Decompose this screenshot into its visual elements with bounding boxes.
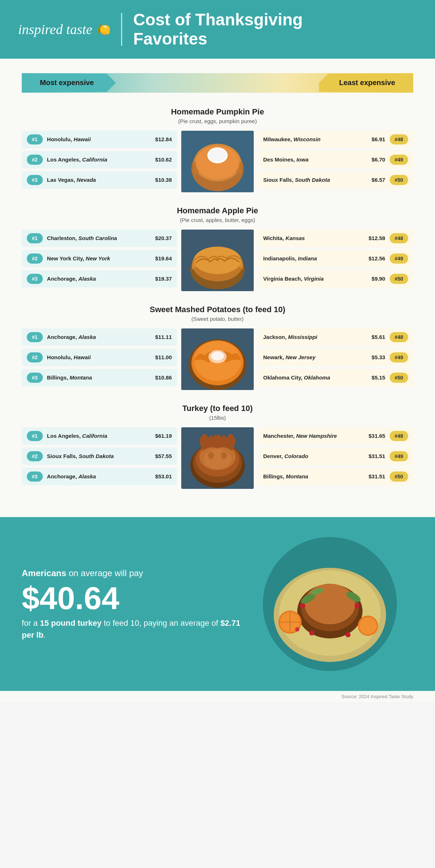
rank-badge: #48 bbox=[390, 332, 408, 342]
pumpkin-pie-rows: #1 Honolulu, Hawaii $12.84 #2 Los Angele… bbox=[22, 131, 413, 192]
rank-badge: #1 bbox=[27, 431, 43, 441]
footer-section: Americans on average will pay $40.64 for… bbox=[0, 517, 435, 691]
city-name: Virginia Beach, Virginia bbox=[263, 276, 324, 282]
table-row: Newark, New Jersey $5.33 #49 bbox=[258, 349, 413, 366]
city-name: Manchester, New Hampshire bbox=[263, 433, 337, 439]
svg-point-5 bbox=[209, 148, 226, 161]
apple-pie-expensive: #1 Charleston, South Carolina $20.37 #2 … bbox=[22, 230, 177, 291]
rank-badge: #2 bbox=[27, 352, 43, 362]
svg-point-21 bbox=[204, 449, 231, 469]
apple-pie-title: Homemade Apple Pie bbox=[22, 206, 413, 215]
turkey-title: Turkey (to feed 10) bbox=[22, 404, 413, 413]
section-turkey: Turkey (to feed 10) (15lbs) #1 Los Angel… bbox=[22, 404, 413, 489]
city-name: Des Moines, Iowa bbox=[263, 156, 308, 163]
rank-badge-3: #3 bbox=[27, 175, 43, 185]
scale-label-cheap: Least expensive bbox=[319, 74, 413, 92]
city-name: Anchorage, Alaska bbox=[47, 334, 96, 340]
table-row: #2 Honolulu, Hawaii $11.00 bbox=[22, 349, 177, 366]
rank-badge: #50 bbox=[390, 471, 408, 482]
lemon-icon: 🍋 bbox=[96, 22, 110, 36]
table-row: Des Moines, Iowa $6.70 #49 bbox=[258, 151, 413, 168]
table-row: Milwaukee, Wisconsin $6.91 #48 bbox=[258, 131, 413, 148]
sweet-potatoes-svg bbox=[181, 328, 254, 390]
table-row: Wichita, Kansas $12.58 #48 bbox=[258, 230, 413, 247]
header: inspired taste 🍋 Cost of Thanksgiving Fa… bbox=[0, 0, 435, 59]
svg-point-43 bbox=[345, 632, 351, 637]
logo: inspired taste 🍋 bbox=[18, 21, 110, 37]
rank-price: $11.00 bbox=[155, 354, 172, 360]
table-row: #3 Las Vegas, Nevada $10.38 bbox=[22, 171, 177, 189]
city-name: Los Angeles, California bbox=[47, 433, 107, 439]
svg-point-44 bbox=[295, 627, 299, 632]
pumpkin-pie-expensive: #1 Honolulu, Hawaii $12.84 #2 Los Angele… bbox=[22, 131, 177, 192]
footer-line2: for a 15 pound turkey to feed 10, paying… bbox=[22, 617, 246, 641]
table-row: #3 Anchorage, Alaska $19.37 bbox=[22, 270, 177, 288]
rank-price: $6.91 bbox=[372, 136, 385, 142]
rank-badge: #49 bbox=[390, 352, 408, 362]
turkey-subtitle: (15lbs) bbox=[22, 415, 413, 421]
rank-badge: #50 bbox=[390, 373, 408, 383]
section-pumpkin-pie: Homemade Pumpkin Pie (Pie crust, eggs, p… bbox=[22, 107, 413, 192]
rank-price: $9.90 bbox=[372, 276, 385, 282]
rank-badge: #49 bbox=[390, 253, 408, 264]
sweet-potatoes-image bbox=[181, 328, 254, 390]
pumpkin-pie-cheap: Milwaukee, Wisconsin $6.91 #48 Des Moine… bbox=[258, 131, 413, 192]
svg-point-41 bbox=[355, 603, 360, 608]
rank-price: $53.01 bbox=[155, 473, 172, 479]
rank-price: $12.56 bbox=[369, 255, 385, 261]
sweet-potatoes-expensive: #1 Anchorage, Alaska $11.11 #2 Honolulu,… bbox=[22, 328, 177, 390]
city-name: Wichita, Kansas bbox=[263, 235, 305, 241]
table-row: Indianapolis, Indiana $12.56 #49 bbox=[258, 250, 413, 267]
rank-price: $5.61 bbox=[372, 334, 385, 340]
city-name: Anchorage, Alaska bbox=[47, 473, 96, 479]
scale-bar: Most expensive Least expensive bbox=[22, 73, 413, 93]
apple-pie-image bbox=[181, 230, 254, 291]
scale-bar-container: Most expensive Least expensive bbox=[22, 73, 413, 93]
svg-point-30 bbox=[304, 584, 355, 624]
footer-line1: Americans on average will pay bbox=[22, 567, 246, 579]
city-name: Milwaukee, Wisconsin bbox=[263, 136, 320, 142]
sweet-potatoes-rows: #1 Anchorage, Alaska $11.11 #2 Honolulu,… bbox=[22, 328, 413, 390]
svg-point-42 bbox=[309, 630, 314, 636]
city-name: New York City, New York bbox=[47, 255, 110, 261]
rank-price: $6.57 bbox=[372, 177, 385, 183]
table-row: #1 Charleston, South Carolina $20.37 bbox=[22, 230, 177, 247]
turkey-cheap: Manchester, New Hampshire $31.65 #48 Den… bbox=[258, 427, 413, 489]
table-row: Billings, Montana $31.51 #50 bbox=[258, 468, 413, 485]
city-name: Jackson, Mississippi bbox=[263, 334, 317, 340]
apple-pie-subtitle: (Pie crust, apples, butter, eggs) bbox=[22, 217, 413, 223]
svg-point-36 bbox=[359, 617, 377, 634]
svg-point-23 bbox=[221, 452, 227, 459]
city-name: Honolulu, Hawaii bbox=[47, 136, 91, 142]
logo-text: inspired taste bbox=[18, 21, 92, 37]
city-name: Newark, New Jersey bbox=[263, 354, 315, 360]
svg-point-40 bbox=[300, 603, 305, 608]
sweet-potatoes-cheap: Jackson, Mississippi $5.61 #48 Newark, N… bbox=[258, 328, 413, 390]
city-name: Charleston, South Carolina bbox=[47, 235, 117, 241]
pumpkin-pie-image bbox=[181, 131, 254, 192]
rank-price: $10.62 bbox=[155, 156, 172, 163]
table-row: Jackson, Mississippi $5.61 #48 bbox=[258, 328, 413, 346]
footer-text: Americans on average will pay $40.64 for… bbox=[22, 567, 246, 641]
sweet-potatoes-subtitle: (Sweet potato, butter) bbox=[22, 316, 413, 322]
rank-price: $10.38 bbox=[155, 177, 172, 183]
apple-pie-rows: #1 Charleston, South Carolina $20.37 #2 … bbox=[22, 230, 413, 291]
turkey-expensive: #1 Los Angeles, California $61.19 #2 Sio… bbox=[22, 427, 177, 489]
rank-badge: #49 bbox=[390, 451, 408, 461]
city-name: Honolulu, Hawaii bbox=[47, 354, 91, 360]
city-name: Sioux Falls, South Dakota bbox=[47, 453, 114, 459]
table-row: #2 New York City, New York $19.64 bbox=[22, 250, 177, 267]
city-name: Billings, Montana bbox=[47, 374, 92, 381]
rank-badge: #48 bbox=[390, 233, 408, 243]
rank-badge-50: #50 bbox=[390, 175, 408, 185]
rank-badge: #1 bbox=[27, 332, 43, 342]
rank-badge-2: #2 bbox=[27, 155, 43, 165]
turkey-platter-svg bbox=[261, 535, 399, 673]
title-line1: Cost of Thanksgiving bbox=[133, 10, 303, 29]
title-line2: Favorites bbox=[133, 29, 207, 48]
rank-price: $19.64 bbox=[155, 255, 172, 261]
rank-price: $10.86 bbox=[155, 374, 172, 381]
rank-price: $19.37 bbox=[155, 276, 172, 282]
main-content: Most expensive Least expensive Homemade … bbox=[0, 59, 435, 517]
source-line: Source: 2024 Inspired Taste Study bbox=[0, 691, 435, 702]
